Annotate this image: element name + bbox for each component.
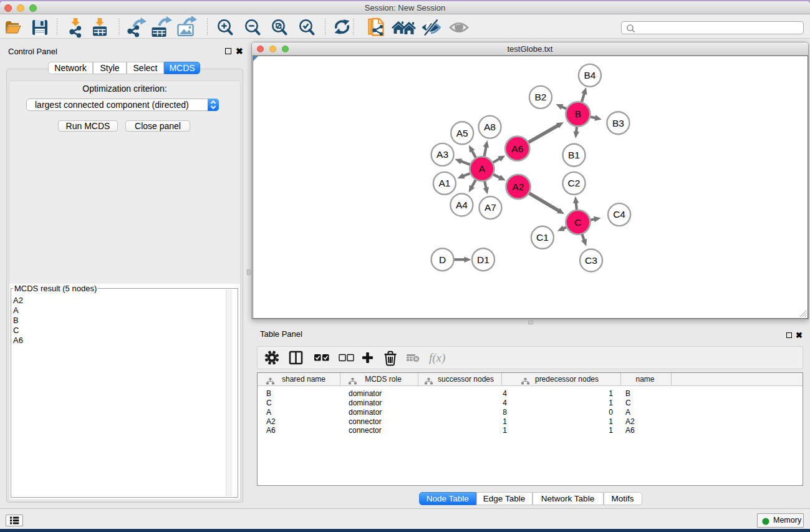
svg-text:A6: A6 — [511, 143, 523, 154]
svg-text:B3: B3 — [612, 118, 624, 128]
svg-text:A2: A2 — [513, 181, 524, 192]
svg-text:A3: A3 — [436, 149, 448, 160]
svg-text:A5: A5 — [456, 128, 468, 138]
svg-text:C2: C2 — [568, 178, 581, 188]
svg-text:D1: D1 — [477, 254, 489, 265]
svg-text:f(x): f(x) — [429, 351, 445, 365]
svg-text:A7: A7 — [485, 202, 496, 213]
svg-text:A4: A4 — [456, 200, 468, 210]
svg-text:C1: C1 — [536, 232, 549, 243]
svg-text:A: A — [479, 163, 486, 174]
svg-text:A1: A1 — [438, 178, 450, 188]
svg-text:C3: C3 — [585, 255, 597, 266]
svg-text:A8: A8 — [484, 122, 496, 132]
svg-text:C: C — [574, 217, 581, 228]
svg-text:B1: B1 — [568, 150, 580, 160]
svg-text:C4: C4 — [613, 209, 625, 220]
svg-text:B4: B4 — [584, 70, 595, 80]
svg-text:D: D — [439, 254, 446, 265]
svg-text:B: B — [575, 109, 581, 119]
svg-text:B2: B2 — [534, 92, 546, 102]
